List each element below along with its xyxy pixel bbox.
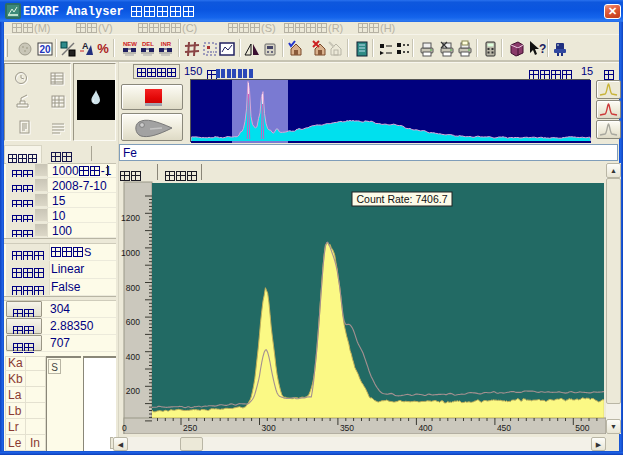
svg-text:800: 800 bbox=[126, 283, 140, 293]
svg-text:NEW: NEW bbox=[123, 41, 137, 47]
svg-text:?: ? bbox=[539, 42, 546, 56]
svg-text:350: 350 bbox=[340, 423, 354, 433]
svg-text:0: 0 bbox=[122, 423, 127, 433]
svg-text:20: 20 bbox=[39, 44, 51, 55]
svg-text:%: % bbox=[97, 41, 109, 56]
svg-text:250: 250 bbox=[183, 423, 197, 433]
svg-text:Count Rate: 7406.7: Count Rate: 7406.7 bbox=[356, 193, 447, 205]
svg-text:INR: INR bbox=[161, 41, 172, 47]
svg-text:200: 200 bbox=[126, 386, 140, 396]
svg-text:A: A bbox=[82, 41, 89, 51]
svg-text:DEL: DEL bbox=[142, 41, 154, 47]
svg-text:450: 450 bbox=[497, 423, 511, 433]
svg-text:300: 300 bbox=[262, 423, 276, 433]
svg-text:400: 400 bbox=[418, 423, 432, 433]
svg-text:1200: 1200 bbox=[121, 213, 140, 223]
svg-text:500: 500 bbox=[575, 423, 589, 433]
svg-text:600: 600 bbox=[126, 317, 140, 327]
svg-text:1000: 1000 bbox=[121, 248, 140, 258]
svg-text:400: 400 bbox=[126, 352, 140, 362]
